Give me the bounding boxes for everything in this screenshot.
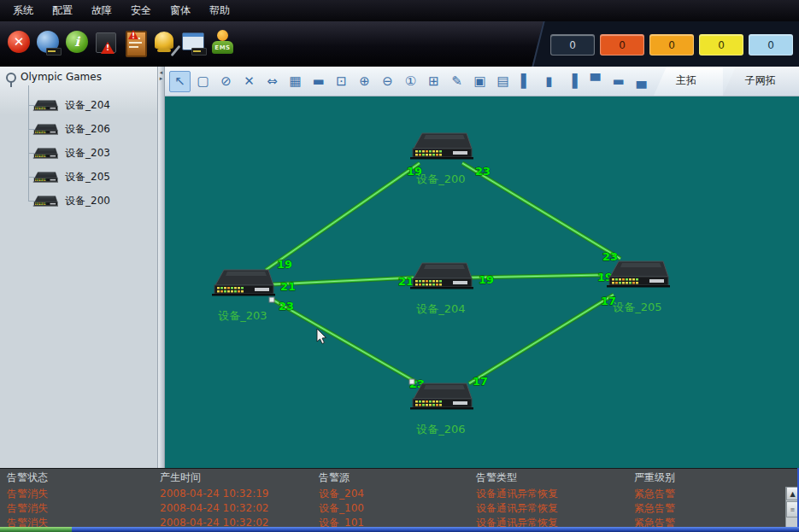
tree-root-expander-icon[interactable]	[6, 73, 16, 83]
align-left-tool[interactable]: ▌	[515, 71, 537, 92]
link-tool[interactable]: ✎	[446, 71, 467, 92]
cell-time: 2008-04-24 10:32:19	[153, 487, 312, 501]
alarm-row[interactable]: 告警消失 2008-04-24 10:32:02 设备_100 设备通讯异常恢复…	[0, 501, 799, 516]
layers-tool[interactable]: ▬	[308, 71, 329, 92]
device-node-206[interactable]: 设备_206	[410, 383, 473, 436]
sidebar-item-设备_203[interactable]: 设备_203	[32, 143, 110, 162]
alarm-list-button[interactable]	[121, 26, 150, 61]
marquee-select-tool[interactable]: ▢	[192, 71, 214, 92]
view-manager-button[interactable]	[179, 26, 208, 61]
tab-subnet-topology[interactable]: 子网拓扑...	[723, 67, 799, 96]
device-node-label: 设备_200	[416, 172, 465, 185]
device-node-label: 设备_206	[416, 423, 465, 436]
background-image-tool[interactable]: ▦	[285, 71, 306, 92]
move-link-tool[interactable]: ⇔	[261, 71, 283, 92]
align-vcenter-tool[interactable]: ▮	[538, 71, 560, 92]
warning-triangle-icon	[101, 42, 115, 54]
link-203-206[interactable]: 2323	[273, 300, 425, 390]
tree-root-label[interactable]: Olympic Games	[21, 71, 102, 83]
alarm-counter-3[interactable]: 0	[699, 34, 743, 56]
cell-status: 告警消失	[0, 487, 153, 501]
alarm-table: 告警状态 产生时间 告警源 告警类型 严重级别 告警消失 2008-04-24 …	[0, 468, 799, 528]
link-206-205[interactable]: 1717	[469, 295, 616, 388]
save-tool[interactable]: ▣	[469, 71, 491, 92]
panel-splitter[interactable]: ◂▸	[158, 67, 165, 468]
info-button[interactable]: i	[63, 26, 91, 61]
tab-main-topology[interactable]: 主拓扑图	[654, 67, 723, 96]
tree-item-label: 设备_205	[65, 170, 110, 184]
delete-tool[interactable]: ✕	[238, 71, 260, 92]
menu-help[interactable]: 帮助	[200, 0, 239, 21]
link-port-number: 19	[277, 258, 292, 271]
col-alarm-type[interactable]: 告警类型	[469, 469, 627, 487]
link-port-number: 23	[279, 300, 294, 313]
link-200-205[interactable]: 2323	[462, 163, 620, 263]
cell-severity: 紧急告警	[627, 487, 799, 501]
link-port-number: 21	[398, 275, 414, 288]
window-bottom-border	[0, 527, 799, 532]
info-icon: i	[66, 31, 88, 53]
link-port-number: 17	[473, 375, 488, 388]
align-top-tool[interactable]: ▀	[585, 71, 606, 92]
align-hcenter-tool[interactable]: ▬	[608, 71, 629, 92]
cell-time: 2008-04-24 10:32:02	[153, 501, 312, 516]
device-node-204[interactable]: 设备_204	[410, 263, 473, 315]
fit-view-tool[interactable]: ⊞	[423, 71, 444, 92]
device-alarm-button[interactable]	[92, 26, 120, 61]
alarm-counter-4[interactable]: 0	[749, 34, 793, 56]
zoom-area-tool[interactable]: ⊡	[331, 71, 352, 92]
topology-canvas[interactable]: 191923232121191923231717 设备_200设备_203设备_…	[165, 96, 799, 468]
device-node-200[interactable]: 设备_200	[410, 133, 473, 185]
device-node-203[interactable]: 设备_203	[212, 270, 275, 322]
alarm-row[interactable]: 告警消失 2008-04-24 10:32:19 设备_204 设备通讯异常恢复…	[0, 487, 799, 501]
alarm-counter-1[interactable]: 0	[600, 34, 644, 56]
tree-connector-line	[28, 85, 29, 202]
ems-user-label: EMS	[212, 41, 233, 54]
link-203-200[interactable]: 1919	[266, 163, 422, 271]
device-node-205[interactable]: 设备_205	[607, 261, 670, 313]
link-selection-handle[interactable]	[269, 297, 274, 302]
device-icon	[46, 48, 62, 56]
sidebar-item-设备_206[interactable]: 设备_206	[32, 120, 110, 138]
user-icon	[217, 30, 228, 41]
col-alarm-source[interactable]: 告警源	[312, 469, 469, 487]
align-right-tool[interactable]: ▐	[561, 71, 583, 92]
alarm-config-button[interactable]	[150, 26, 179, 61]
device-node-label: 设备_204	[416, 302, 465, 315]
main-toolbar: ✕ i	[0, 21, 799, 67]
device-node-label: 设备_203	[218, 309, 267, 322]
link-selection-handle[interactable]	[409, 379, 414, 384]
zoom-out-tool[interactable]: ⊖	[377, 71, 398, 92]
col-severity[interactable]: 严重级别	[627, 469, 799, 487]
alarm-counter-0[interactable]: 0	[550, 34, 595, 56]
zoom-actual-tool[interactable]: ①	[400, 71, 421, 92]
menu-security[interactable]: 安全	[121, 0, 161, 21]
topology-svg: 191923232121191923231717 设备_200设备_203设备_…	[165, 96, 799, 468]
select-tool[interactable]: ↖	[169, 71, 191, 92]
align-bottom-tool[interactable]: ▄	[631, 71, 652, 92]
cell-source: 设备_204	[312, 487, 469, 501]
device-tree-panel: Olympic Games 设备_204设备_206设备_203设备_205设备…	[0, 67, 158, 468]
link-203-204[interactable]: 2121	[273, 275, 414, 293]
tree-item-label: 设备_200	[65, 194, 110, 208]
menu-fault[interactable]: 故障	[82, 0, 121, 21]
sidebar-item-设备_205[interactable]: 设备_205	[32, 167, 110, 186]
menu-system[interactable]: 系统	[3, 0, 43, 21]
ems-user-button[interactable]: EMS	[209, 26, 237, 61]
sidebar-item-设备_204[interactable]: 设备_204	[32, 96, 110, 114]
nms-window: 系统 配置 故障 安全 窗体 帮助 ✕ i	[0, 0, 799, 532]
tree-item-label: 设备_203	[65, 146, 110, 161]
sidebar-item-设备_200[interactable]: 设备_200	[32, 191, 110, 210]
topology-button[interactable]	[34, 26, 62, 61]
menu-window[interactable]: 窗体	[161, 0, 200, 21]
alarm-counter-2[interactable]: 0	[649, 34, 694, 56]
exit-button[interactable]: ✕	[5, 26, 33, 61]
link-204-205[interactable]: 1919	[469, 271, 613, 286]
zoom-in-tool[interactable]: ⊕	[354, 71, 375, 92]
grid-tool[interactable]: ▤	[492, 71, 514, 92]
splitter-collapse-icon[interactable]: ◂▸	[158, 70, 164, 82]
deselect-tool[interactable]: ⊘	[215, 71, 237, 92]
menu-config[interactable]: 配置	[43, 0, 82, 21]
col-alarm-status[interactable]: 告警状态	[0, 469, 153, 487]
col-occur-time[interactable]: 产生时间	[153, 469, 312, 487]
